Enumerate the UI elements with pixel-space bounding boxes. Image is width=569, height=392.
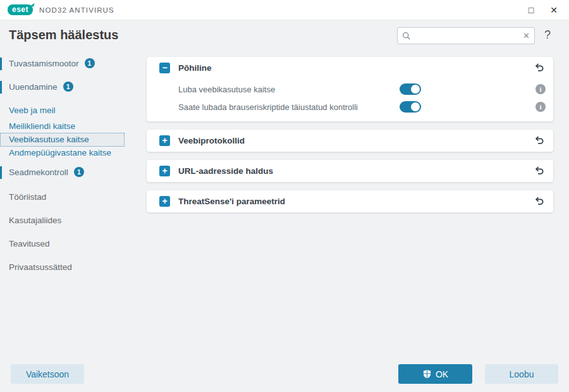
undo-icon [534,63,545,73]
settings-panels: − Põhiline Luba veebikasutuse kaitse i S… [147,57,553,221]
setting-row: Saate lubada brauseriskriptide täiustatu… [147,98,553,116]
panel-title: URL-aadresside haldus [178,166,533,176]
panel-header: + ThreatSense'i parameetrid [147,190,553,212]
sidebar-item-tooriistad[interactable]: Tööriistad [0,190,145,204]
panel-header: − Põhiline [147,57,553,79]
search-box[interactable]: ✕ [397,27,535,44]
sidebar-item-seadmekontroll[interactable]: Seadmekontroll1 [0,166,145,180]
collapse-icon[interactable]: − [159,63,170,73]
clear-search-icon[interactable]: ✕ [523,31,530,40]
search-icon [402,32,411,40]
window-controls: □ ✕ [529,6,561,15]
sidebar-item-uuendamine[interactable]: Uuendamine1 [0,80,145,94]
sidebar-item-tuvastamismootor[interactable]: Tuvastamismootor1 [0,57,145,71]
panel-body: Luba veebikasutuse kaitse i Saate lubada… [147,79,553,121]
panel-threatsense-parameetrid: + ThreatSense'i parameetrid [147,190,553,212]
toggle-knob [411,85,420,94]
setting-label: Luba veebikasutuse kaitse [178,85,400,94]
panel-header: + URL-aadresside haldus [147,160,553,182]
sidebar-item-andmepuugivastane-kaitse[interactable]: Andmepüügivastane kaitse [0,146,145,160]
expand-icon[interactable]: + [159,166,170,176]
changed-bar [0,166,2,179]
expand-icon[interactable]: + [159,196,170,207]
titlebar: eset NOD32 ANTIVIRUS □ ✕ [0,0,569,20]
setting-row: Luba veebikasutuse kaitse i [147,80,553,98]
page-title: Täpsem häälestus [9,28,118,42]
panel-url-aadresside-haldus: + URL-aadresside haldus [147,160,553,182]
changed-bar [0,81,2,94]
sidebar-item-veebikasutuse-kaitse[interactable]: Veebikasutuse kaitse [0,133,125,147]
ok-button[interactable]: OK [398,364,472,384]
panel-title: ThreatSense'i parameetrid [178,197,533,206]
sidebar-item-kasutajaliides[interactable]: Kasutajaliides [0,214,145,228]
cancel-button[interactable]: Loobu [485,364,558,384]
undo-icon [534,196,545,207]
change-count-badge: 1 [85,58,95,68]
panel-veebiprotokollid: + Veebiprotokollid [147,130,553,152]
change-count-badge: 1 [74,167,84,177]
default-settings-button[interactable]: Vaiketsoon [11,364,84,384]
panel-pohiline: − Põhiline Luba veebikasutuse kaitse i S… [147,57,553,121]
revert-button[interactable] [533,165,546,178]
info-icon[interactable]: i [535,84,546,94]
undo-icon [534,166,545,176]
undo-icon [534,135,545,146]
change-count-badge: 1 [63,82,73,92]
sidebar-item-meilikliendi-kaitse[interactable]: Meilikliendi kaitse [0,119,145,133]
info-icon[interactable]: i [535,102,546,112]
setting-label: Saate lubada brauseriskriptide täiustatu… [178,102,400,112]
maximize-icon[interactable]: □ [529,6,534,15]
close-icon[interactable]: ✕ [550,6,558,15]
expand-icon[interactable]: + [159,135,170,146]
search-input[interactable] [414,31,520,40]
sidebar-item-privaatsussatted[interactable]: Privaatsussätted [0,260,145,274]
toggle-brauseriskriptide-kontroll[interactable] [400,101,421,113]
panel-title: Põhiline [178,63,533,73]
toggle-veebikasutuse-kaitse[interactable] [400,83,421,95]
eset-logo: eset [8,4,33,15]
app-title: NOD32 ANTIVIRUS [39,6,114,14]
shield-icon [422,369,432,379]
panel-header: + Veebiprotokollid [147,130,553,152]
sidebar-item-teavitused[interactable]: Teavitused [0,237,145,251]
revert-button[interactable] [533,195,546,208]
toggle-knob [411,102,420,111]
panel-title: Veebiprotokollid [178,136,533,145]
changed-bar [0,58,2,70]
revert-button[interactable] [533,62,546,75]
revert-button[interactable] [533,135,546,147]
help-icon[interactable]: ? [544,28,551,42]
sidebar-item-veeb-ja-meil[interactable]: Veeb ja meil [0,104,145,118]
